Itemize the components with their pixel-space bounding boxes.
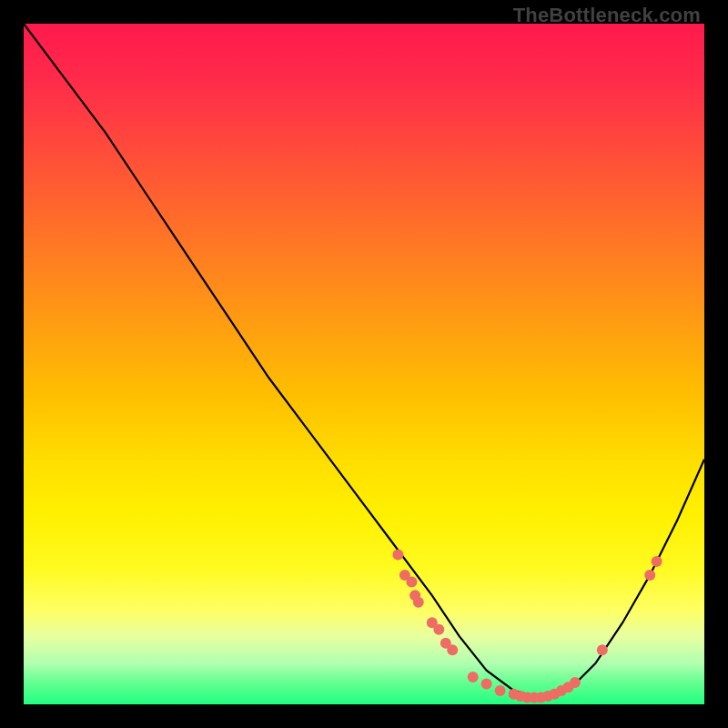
data-marker (468, 672, 479, 682)
data-marker (495, 685, 506, 696)
data-marker (597, 644, 608, 655)
data-marker (652, 556, 662, 567)
data-marker (644, 570, 655, 581)
bottleneck-curve (24, 24, 704, 698)
data-marker (433, 624, 444, 635)
data-markers (392, 549, 662, 703)
chart-svg (24, 24, 704, 704)
data-marker (413, 597, 424, 608)
data-marker (570, 677, 581, 688)
data-marker (447, 644, 458, 655)
data-marker (406, 576, 417, 587)
data-marker (392, 549, 403, 560)
data-marker (481, 679, 492, 690)
